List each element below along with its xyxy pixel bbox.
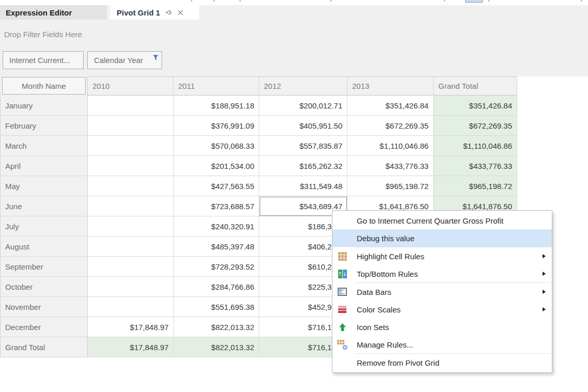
clipped-toolbar-fragment — [488, 0, 489, 2]
menu-item-top-bottom-rules[interactable]: ↑ ↓ Top/Bottom Rules — [332, 265, 552, 283]
pivot-cell[interactable]: $240,320.91 — [174, 216, 260, 237]
pivot-cell[interactable]: $672,269.35 — [434, 116, 517, 136]
pivot-row: February$376,991.09$405,951.50$672,269.3… — [1, 116, 517, 136]
pivot-cell[interactable]: $201,534.00 — [174, 156, 260, 176]
tab-pivot-grid-1[interactable]: Pivot Grid 1 — [110, 5, 199, 20]
pivot-cell[interactable]: $822,013.32 — [174, 317, 260, 337]
field-button-label: Internet Current... — [9, 56, 70, 65]
pivot-cell[interactable] — [88, 257, 174, 277]
row-header-august[interactable]: August — [1, 237, 88, 257]
column-header-grand-total[interactable]: Grand Total — [434, 76, 517, 96]
pivot-cell[interactable]: $551,695.38 — [174, 297, 260, 317]
pivot-cell[interactable]: $311,549.48 — [259, 176, 347, 196]
pivot-cell[interactable]: $165,262.32 — [259, 156, 347, 176]
menu-item-go-to-internet-current-quarter-gross-profit[interactable]: Go to Internet Current Quarter Gross Pro… — [332, 212, 552, 229]
pivot-cell[interactable]: $200,012.71 — [259, 96, 347, 116]
clipped-toolbar-fragment — [444, 0, 445, 2]
pivot-cell[interactable]: $1,110,046.86 — [347, 136, 434, 156]
column-header-2010[interactable]: 2010 — [87, 76, 173, 96]
pivot-cell[interactable]: $570,068.33 — [174, 136, 260, 156]
pivot-cell[interactable]: $822,013.32 — [174, 337, 260, 357]
submenu-arrow-icon — [543, 290, 546, 294]
pivot-cell[interactable]: $1,110,046.86 — [434, 136, 517, 156]
clipped-toolbar-fragment — [330, 0, 331, 2]
row-header-grand-total[interactable]: Grand Total — [1, 337, 88, 357]
row-header-july[interactable]: July — [1, 216, 88, 237]
pivot-cell[interactable]: $351,426.84 — [347, 96, 434, 116]
pivot-row: March$570,068.33$557,835.87$1,110,046.86… — [1, 136, 517, 156]
clipped-toolbar-button-fragment — [465, 0, 483, 3]
submenu-arrow-icon — [543, 307, 546, 311]
menu-item-label: Top/Bottom Rules — [357, 270, 418, 278]
pivot-cell[interactable] — [88, 116, 174, 136]
pivot-cell[interactable]: $284,766.86 — [174, 277, 260, 297]
row-header-october[interactable]: October — [1, 277, 88, 297]
row-header-september[interactable]: September — [1, 257, 88, 277]
menu-item-icon-sets[interactable]: Icon Sets — [332, 318, 552, 336]
menu-item-color-scales[interactable]: Color Scales — [332, 301, 552, 318]
pivot-cell[interactable] — [88, 156, 174, 176]
row-header-january[interactable]: January — [1, 96, 88, 116]
highlight-cell-rules-icon — [337, 251, 347, 261]
pivot-cell[interactable]: $405,951.50 — [259, 116, 347, 136]
pivot-cell[interactable]: $672,269.35 — [347, 116, 434, 136]
pivot-cell[interactable]: $17,848.97 — [88, 337, 174, 357]
pivot-cell[interactable]: $188,951.18 — [174, 96, 260, 116]
pivot-cell[interactable] — [88, 96, 174, 116]
filter-funnel-icon[interactable] — [153, 53, 158, 62]
pivot-cell[interactable]: $433,776.33 — [347, 156, 434, 176]
field-button-calendar-year[interactable]: Calendar Year — [87, 51, 162, 69]
row-header-november[interactable]: November — [1, 297, 88, 317]
pivot-cell[interactable]: $965,198.72 — [434, 176, 517, 196]
drop-filter-hint: Drop Filter Fields Here — [4, 30, 82, 39]
row-header-june[interactable]: June — [1, 196, 88, 216]
pivot-cell[interactable] — [88, 277, 174, 297]
pivot-cell[interactable] — [88, 216, 174, 237]
pivot-cell[interactable]: $17,848.97 — [88, 317, 174, 337]
pivot-cell[interactable] — [88, 196, 174, 216]
menu-item-label: Color Scales — [357, 305, 401, 314]
pivot-header-row: Month Name 2010 2011 2012 2013 Grand Tot… — [0, 76, 517, 96]
row-header-march[interactable]: March — [1, 136, 88, 156]
menu-item-manage-rules[interactable]: ⚙ Manage Rules... — [332, 336, 552, 353]
pivot-cell[interactable]: $728,293.52 — [174, 257, 260, 277]
menu-item-data-bars[interactable]: Data Bars — [332, 283, 552, 301]
color-scales-icon — [337, 304, 347, 315]
row-header-may[interactable]: May — [1, 176, 88, 196]
row-header-april[interactable]: April — [1, 156, 88, 176]
submenu-arrow-icon — [543, 254, 546, 258]
column-header-2012[interactable]: 2012 — [259, 76, 347, 96]
submenu-arrow-icon — [543, 272, 546, 276]
column-header-2011[interactable]: 2011 — [173, 76, 259, 96]
menu-item-debug-this-value[interactable]: Debug this value — [332, 229, 552, 247]
pivot-cell[interactable] — [88, 237, 174, 257]
menu-item-label: Remove from Pivot Grid — [357, 358, 439, 367]
field-button-label: Calendar Year — [94, 56, 143, 65]
pivot-cell[interactable] — [88, 176, 174, 196]
menu-item-remove-from-pivot-grid[interactable]: Remove from Pivot Grid — [332, 354, 552, 371]
tab-expression-editor[interactable]: Expression Editor — [0, 5, 107, 20]
pivot-cell[interactable]: $376,991.09 — [174, 116, 260, 136]
clipped-toolbar-fragment — [214, 0, 215, 2]
pivot-cell[interactable]: $433,776.33 — [434, 156, 517, 176]
pivot-cell[interactable]: $427,563.55 — [174, 176, 260, 196]
pivot-cell[interactable]: $557,835.87 — [259, 136, 347, 156]
pivot-cell[interactable] — [88, 297, 174, 317]
field-button-internet-current[interactable]: Internet Current... — [3, 51, 84, 69]
pivot-cell[interactable]: $965,198.72 — [347, 176, 434, 196]
pin-icon[interactable] — [165, 9, 172, 16]
row-header-december[interactable]: December — [1, 317, 88, 337]
menu-item-highlight-cell-rules[interactable]: Highlight Cell Rules — [332, 247, 552, 265]
month-name-field-button[interactable]: Month Name — [2, 77, 86, 95]
clipped-toolbar-fragment — [581, 0, 582, 2]
menu-item-label: Icon Sets — [357, 323, 389, 332]
pivot-row: May$427,563.55$311,549.48$965,198.72$965… — [1, 176, 517, 196]
column-header-2013[interactable]: 2013 — [347, 76, 434, 96]
row-header-february[interactable]: February — [1, 116, 88, 136]
menu-item-label: Manage Rules... — [357, 340, 413, 349]
pivot-cell[interactable]: $485,397.48 — [174, 237, 260, 257]
pivot-cell[interactable]: $351,426.84 — [434, 96, 517, 116]
pivot-cell[interactable]: $723,688.57 — [174, 196, 260, 216]
pivot-cell[interactable] — [88, 136, 174, 156]
close-icon[interactable] — [177, 9, 184, 16]
